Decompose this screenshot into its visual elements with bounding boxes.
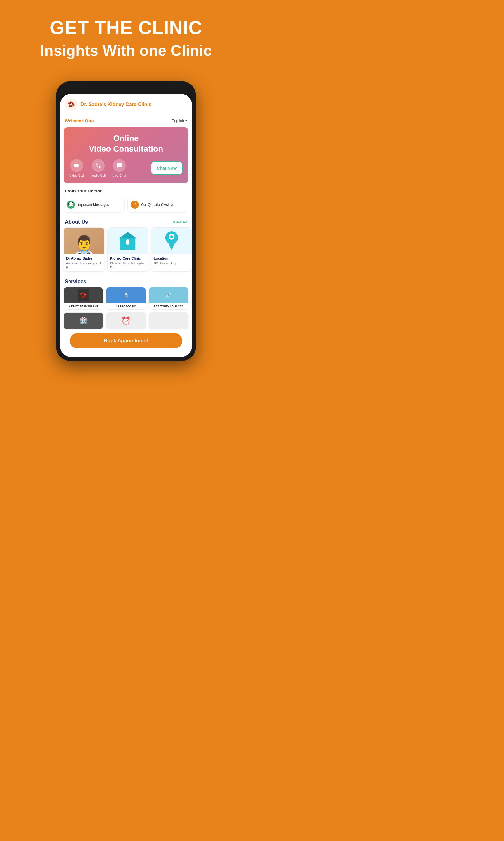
consultation-banner: OnlineVideo Consultation Video Call [64,127,188,183]
phone-mockup: 🫘 Dr. Sadre's Kidney Care Clinic Welcome… [56,81,196,361]
welcome-text: Welcome Qup [65,118,94,123]
chevron-down-icon: ▾ [185,119,187,123]
main-subtitle: Insights With one Clinic [12,41,240,61]
clinic-card-name: Kidney Care Clinic [110,256,146,260]
service-peritoneal[interactable]: 💉 PERITONEALDIALYSE [149,287,188,310]
doctor-photo: 👨‍⚕️ [64,228,104,254]
messages-icon: 💬 [67,201,75,209]
extra-service-3-img [149,313,188,329]
audio-call-icon [92,159,105,172]
peritoneal-label: PERITONEALDIALYSE [149,304,188,309]
phone-screen: 🫘 Dr. Sadre's Kidney Care Clinic Welcome… [60,94,192,357]
phone-frame: 🫘 Dr. Sadre's Kidney Care Clinic Welcome… [56,81,196,361]
banner-icons-left: Video Call Audio Call Live [69,159,126,177]
welcome-bar: Welcome Qup English ▾ [60,115,192,126]
important-messages-card[interactable]: 💬 Important Messages [64,197,125,212]
main-title: GET THE CLINIC [12,18,240,38]
svg-text:💉: 💉 [165,291,173,298]
location-icon-wrap [151,228,192,254]
location-pin-icon [164,230,180,252]
laproscopic-img: 🔬 [106,287,146,304]
services-grid-2: 🏥 ⏰ [60,312,192,330]
svg-point-8 [170,235,173,238]
got-question-label: Got Question?Ask yo [141,203,174,207]
service-extra-1[interactable]: 🏥 [64,312,103,329]
peritoneal-img-icon: 💉 [163,289,175,301]
location-card-name: Location [154,256,189,260]
services-grid: 🫘 KIDNEY TRANSPLANT 🔬 LAPROSCOPIC [60,287,192,312]
phone-notch [108,85,144,92]
service-kidney-transplant[interactable]: 🫘 KIDNEY TRANSPLANT [64,287,103,310]
service-laproscopic[interactable]: 🔬 LAPROSCOPIC [106,287,146,310]
about-us-title: About Us [65,219,88,225]
book-btn-container: Book Appointment [60,330,192,353]
book-appointment-button[interactable]: Book Appointment [70,333,182,348]
svg-text:🏥: 🏥 [80,317,87,324]
clinic-name-text: Dr. Sadre's Kidney Care Clinic [80,102,187,107]
view-all-link[interactable]: View All [173,220,187,224]
about-card-doctor[interactable]: 👨‍⚕️ Dr Abhay Sadre An eminent nephrolog… [64,227,104,272]
audio-call-item[interactable]: Audio Call [91,159,106,177]
svg-text:🔬: 🔬 [123,291,130,298]
laproscopic-label: LAPROSCOPIC [106,304,146,309]
svg-rect-5 [127,239,128,245]
hospital-icon-wrap [108,228,148,254]
about-card-location[interactable]: Location 101 Khopar Heigh [151,227,192,272]
about-card-clinic[interactable]: Kidney Care Clinic Choosing the right ho… [107,227,148,272]
kidney-transplant-img: 🫘 [64,287,103,304]
service-extra-2[interactable]: ⏰ [106,312,146,329]
services-title: Services [60,276,192,287]
live-chat-icon [113,159,126,172]
svg-marker-9 [168,242,175,250]
hospital-icon [118,231,138,251]
peritoneal-img: 💉 [149,287,188,304]
svg-text:🫘: 🫘 [68,101,75,108]
service-extra-3[interactable] [149,312,188,329]
extra-service-2-img: ⏰ [106,313,146,329]
audio-call-label: Audio Call [91,174,106,177]
clinic-logo: 🫘 [65,98,77,111]
app-header: 🫘 Dr. Sadre's Kidney Care Clinic [60,94,192,115]
extra-service-1-img: 🏥 [64,313,103,329]
svg-marker-3 [119,232,137,238]
video-call-icon [70,159,83,172]
language-label: English [172,119,184,123]
doctor-cards-row: 💬 Important Messages ? Got Question?Ask … [60,196,192,216]
kidney-transplant-label: KIDNEY TRANSPLANT [64,304,103,309]
got-question-card[interactable]: ? Got Question?Ask yo [127,197,188,212]
about-us-header: About Us View All [60,216,192,227]
doctor-name: Dr Abhay Sadre [66,256,102,260]
question-icon: ? [131,201,139,209]
clinic-card-info: Kidney Care Clinic Choosing the right ho… [108,254,148,271]
doctor-card-info: Dr Abhay Sadre An eminent nephrologist o… [64,254,104,271]
from-doctor-label: From Your Doctor [60,184,192,196]
svg-text:🫘: 🫘 [80,291,87,298]
logo-icon: 🫘 [65,98,77,111]
clinic-card-desc: Choosing the right hospital fo... [110,261,146,269]
about-cards-row: 👨‍⚕️ Dr Abhay Sadre An eminent nephrolog… [60,227,192,276]
important-messages-label: Important Messages [77,203,109,207]
doctor-figure-icon: 👨‍⚕️ [73,236,95,254]
live-chat-label: Live Chat [112,174,126,177]
video-call-label: Video Call [69,174,84,177]
laproscopic-img-icon: 🔬 [120,289,132,301]
banner-title: OnlineVideo Consultation [69,133,183,154]
banner-icons-row: Video Call Audio Call Live [69,159,183,177]
live-chat-item[interactable]: Live Chat [112,159,126,177]
location-card-info: Location 101 Khopar Heigh [151,254,192,268]
kidney-img-icon: 🫘 [77,289,89,301]
location-card-desc: 101 Khopar Heigh [154,261,189,265]
doctor-desc: An eminent nephrologist of p... [66,261,102,269]
extra-service-1-icon: 🏥 [77,315,89,326]
chat-now-button[interactable]: Chat Now [151,161,183,175]
video-call-item[interactable]: Video Call [69,159,84,177]
header-section: GET THE CLINIC Insights With one Clinic [0,0,252,72]
language-selector[interactable]: English ▾ [172,119,187,123]
